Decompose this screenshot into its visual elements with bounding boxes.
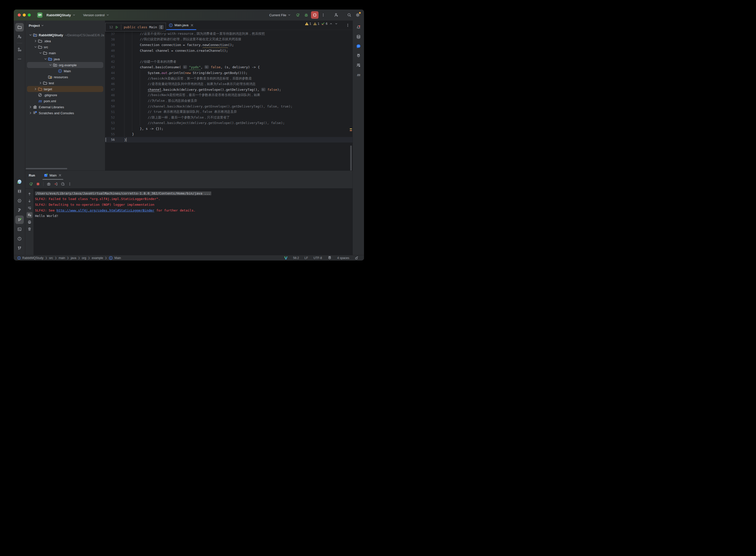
problems-tool-button[interactable]: [15, 235, 24, 243]
code-line-56[interactable]: 56}: [105, 137, 352, 142]
code-line-55[interactable]: 55 }: [105, 131, 352, 137]
close-icon[interactable]: [58, 174, 62, 177]
code-line-53[interactable]: 53 //channel.basicReject(delivery.getEnv…: [105, 120, 352, 126]
version-control-menu[interactable]: Version control: [81, 11, 111, 19]
vim-plugin-icon[interactable]: [281, 256, 290, 260]
project-menu[interactable]: RabbitMQStudy: [44, 11, 78, 19]
rabbit-icon[interactable]: [325, 256, 335, 260]
tree-item-resources[interactable]: resources: [25, 74, 105, 80]
run-more-options-button[interactable]: [67, 181, 73, 187]
project-panel-header[interactable]: Project: [25, 21, 105, 28]
code-line-50[interactable]: 50 //channel.basicNack(delivery.getEnvel…: [105, 104, 352, 109]
code-line-48[interactable]: 48 //basicNack是拒绝应答，最后一个参数表示是否将当前消息放回队列，…: [105, 92, 352, 98]
ai-chat-tool-button[interactable]: [354, 42, 363, 50]
breadcrumb-item-main[interactable]: main: [59, 256, 65, 260]
attach-debugger-button[interactable]: [53, 181, 59, 187]
tree-item--idea[interactable]: .idea: [25, 38, 105, 44]
tab-list-button[interactable]: [345, 23, 350, 28]
chevron-right-icon[interactable]: [28, 111, 33, 115]
services-tool-button[interactable]: [15, 197, 24, 205]
zoom-window-button[interactable]: [28, 13, 31, 16]
tree-item-scratches-and-consoles[interactable]: Scratches and Consoles: [25, 110, 105, 116]
database-tool-button[interactable]: [354, 33, 363, 41]
rabbitmq-tool-button[interactable]: [354, 51, 363, 60]
run-line-icon[interactable]: [115, 26, 118, 29]
collab-chat-tool-button[interactable]: [354, 61, 363, 69]
chevron-right-icon[interactable]: [33, 87, 38, 91]
code-line-39[interactable]: 39 Connection connection = factory.newCo…: [105, 42, 352, 48]
line-number[interactable]: 54: [105, 127, 115, 131]
line-number[interactable]: 43: [105, 65, 115, 69]
console-output[interactable]: /Users/eve/Library/Java/JavaVirtualMachi…: [34, 188, 352, 255]
brackets-tool-button[interactable]: [15, 187, 24, 196]
scroll-to-end-button[interactable]: [27, 212, 33, 218]
chevron-down-icon[interactable]: [38, 51, 43, 55]
code-area[interactable]: 37 //这里不使用try-with-resource，因为消费者是一直等待新的…: [105, 30, 352, 171]
inspections-widget[interactable]: 1 1 6: [305, 22, 338, 26]
line-number[interactable]: 53: [105, 121, 115, 125]
warnings-count[interactable]: 1: [305, 22, 311, 26]
line-number[interactable]: 52: [105, 115, 115, 119]
line-number[interactable]: 44: [105, 71, 115, 75]
breadcrumb-item-main[interactable]: Main: [114, 256, 121, 260]
code-line-40[interactable]: 40 Channel channel = connection.createCh…: [105, 48, 352, 53]
tree-item-java[interactable]: java: [25, 56, 105, 62]
tree-item-pom-xml[interactable]: mpom.xml: [25, 98, 105, 104]
breadcrumb-item-java[interactable]: java: [71, 256, 76, 260]
stop-process-button[interactable]: [35, 181, 41, 187]
line-number[interactable]: 40: [105, 49, 115, 53]
stripe-mark-warning[interactable]: [350, 129, 352, 129]
code-line-41[interactable]: 41: [105, 53, 352, 59]
breadcrumb-item-org[interactable]: org: [82, 256, 86, 260]
tree-item-main[interactable]: main: [25, 50, 105, 56]
profiler-button[interactable]: [60, 181, 66, 187]
line-number[interactable]: 48: [105, 93, 115, 97]
typos-count[interactable]: 6: [321, 22, 328, 26]
chevron-right-icon[interactable]: [33, 39, 38, 43]
lock-icon[interactable]: [352, 256, 361, 260]
line-number[interactable]: 55: [105, 132, 115, 136]
tab-main-java[interactable]: C Main.java: [166, 21, 196, 30]
editor-scrollbar[interactable]: [350, 145, 352, 171]
stripe-mark-current[interactable]: [350, 130, 352, 131]
print-button[interactable]: [27, 219, 33, 225]
code-line-44[interactable]: 44 System.out.println(new String(deliver…: [105, 70, 352, 75]
run-tool-button[interactable]: [15, 215, 24, 224]
notifications-button[interactable]: [354, 23, 363, 32]
tree-item--gitignore[interactable]: .gitignore: [25, 92, 105, 98]
weak-warnings-count[interactable]: 1: [313, 22, 319, 26]
caret-position-widget[interactable]: 56:2: [290, 256, 302, 260]
maven-tool-button[interactable]: m: [354, 70, 363, 79]
chevron-right-icon[interactable]: [38, 81, 43, 85]
line-number[interactable]: 41: [105, 54, 115, 58]
code-line-47[interactable]: 47 channel.basicAck(delivery.getEnvelope…: [105, 87, 352, 92]
terminal-tool-button[interactable]: [15, 225, 24, 234]
previous-problem-button[interactable]: [329, 22, 333, 26]
line-number[interactable]: 49: [105, 99, 115, 103]
chevron-down-icon[interactable]: [28, 33, 33, 37]
line-number[interactable]: 39: [105, 43, 115, 47]
more-actions-button[interactable]: [319, 11, 327, 19]
line-number[interactable]: 38: [105, 37, 115, 41]
structure-tool-button[interactable]: [15, 45, 24, 54]
gopher-plugin-button[interactable]: [15, 177, 24, 186]
tree-item-test[interactable]: test: [25, 80, 105, 86]
chevron-down-icon[interactable]: [33, 45, 38, 49]
stop-button[interactable]: [311, 11, 318, 19]
line-number[interactable]: 50: [105, 104, 115, 108]
git-tool-button[interactable]: [15, 244, 24, 252]
rerun-button[interactable]: [28, 181, 34, 187]
sticky-declaration-popup[interactable]: 12 public class Main {: [105, 23, 166, 32]
line-separator-widget[interactable]: LF: [302, 256, 311, 260]
line-number[interactable]: 37: [105, 32, 115, 36]
breadcrumb-item-example[interactable]: example: [92, 256, 103, 260]
code-line-46[interactable]: 46 //是否批量处理消息队列中所有的消息，如果为false表示只处理当前消息: [105, 81, 352, 87]
search-everywhere-button[interactable]: [345, 11, 353, 19]
scroll-down-button[interactable]: [27, 198, 33, 204]
close-window-button[interactable]: [18, 13, 21, 16]
code-line-54[interactable]: 54 }, s -> {});: [105, 126, 352, 131]
line-number[interactable]: 46: [105, 82, 115, 86]
thread-dump-button[interactable]: [45, 181, 52, 187]
encoding-widget[interactable]: UTF-8: [311, 256, 325, 260]
debug-button[interactable]: [303, 11, 310, 19]
